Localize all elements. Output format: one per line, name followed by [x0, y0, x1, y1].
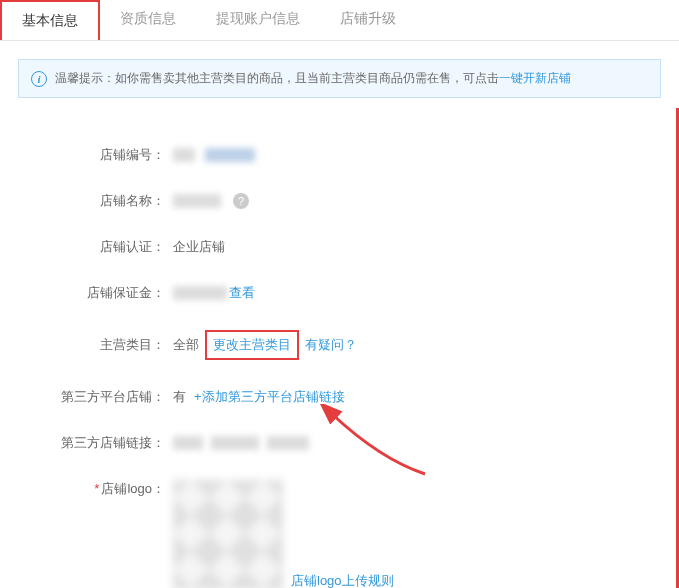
info-icon: i [31, 71, 47, 87]
form-content: 店铺编号： 店铺名称： ? 店铺认证： 企业店铺 店铺保证金： 查看 主营类目：… [0, 108, 679, 588]
required-mark: * [94, 481, 99, 496]
open-new-shop-link[interactable]: 一键开新店铺 [499, 71, 571, 85]
annotation-arrow [320, 404, 440, 484]
label-shop-cert: 店铺认证： [18, 238, 173, 256]
category-help-link[interactable]: 有疑问？ [305, 336, 357, 354]
value-third-link [173, 436, 309, 450]
tip-text: 如你需售卖其他主营类目的商品，且当前主营类目商品仍需在售，可点击 [115, 71, 499, 85]
row-deposit: 店铺保证金： 查看 [18, 284, 658, 302]
row-shop-cert: 店铺认证： 企业店铺 [18, 238, 658, 256]
label-shop-id: 店铺编号： [18, 146, 173, 164]
label-shop-name: 店铺名称： [18, 192, 173, 210]
deposit-view-link[interactable]: 查看 [229, 284, 255, 302]
value-shop-cert: 企业店铺 [173, 238, 225, 256]
tip-banner: i 温馨提示：如你需售卖其他主营类目的商品，且当前主营类目商品仍需在售，可点击一… [18, 59, 661, 98]
value-category: 全部 [173, 336, 199, 354]
label-category: 主营类目： [18, 336, 173, 354]
value-deposit [173, 286, 227, 300]
logo-image-placeholder[interactable] [173, 480, 283, 588]
label-deposit: 店铺保证金： [18, 284, 173, 302]
row-category: 主营类目： 全部 更改主营类目 有疑问？ [18, 330, 658, 360]
tab-basic-info[interactable]: 基本信息 [0, 0, 100, 40]
value-third-platform: 有 [173, 388, 186, 406]
help-icon[interactable]: ? [233, 193, 249, 209]
row-shop-name: 店铺名称： ? [18, 192, 658, 210]
tab-withdraw-account[interactable]: 提现账户信息 [196, 0, 320, 40]
change-category-link[interactable]: 更改主营类目 [205, 330, 299, 360]
row-shop-id: 店铺编号： [18, 146, 658, 164]
label-logo: *店铺logo： [18, 480, 173, 498]
value-shop-name: ? [173, 193, 249, 209]
value-shop-id [173, 148, 255, 162]
tab-shop-upgrade[interactable]: 店铺升级 [320, 0, 416, 40]
label-third-platform: 第三方平台店铺： [18, 388, 173, 406]
tab-bar: 基本信息 资质信息 提现账户信息 店铺升级 [0, 0, 679, 41]
tab-qualification[interactable]: 资质信息 [100, 0, 196, 40]
row-logo: *店铺logo： 店铺logo上传规则 [18, 480, 658, 588]
tip-prefix: 温馨提示： [55, 71, 115, 85]
logo-upload-rules-link[interactable]: 店铺logo上传规则 [291, 572, 394, 588]
label-third-link: 第三方店铺链接： [18, 434, 173, 452]
